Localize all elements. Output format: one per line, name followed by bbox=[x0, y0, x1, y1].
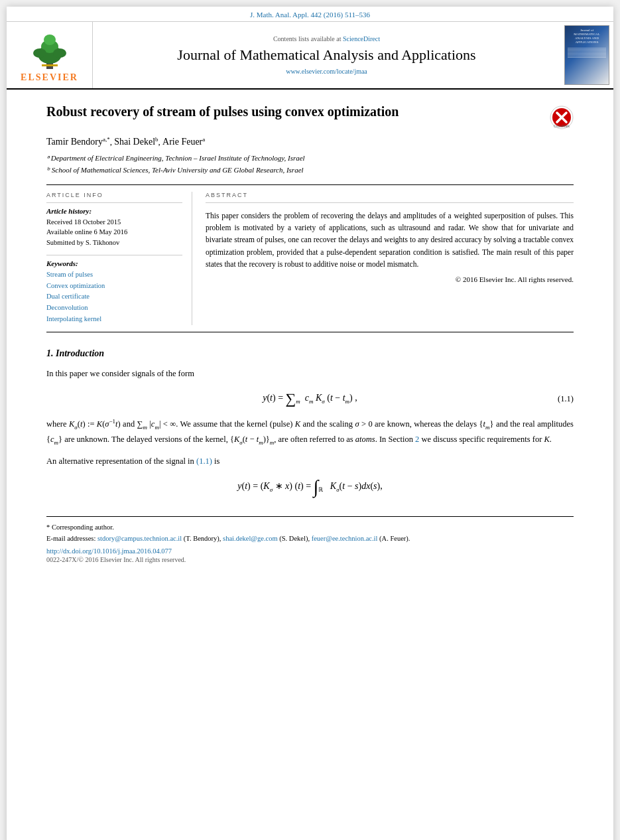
article-info-label: ARTICLE INFO bbox=[46, 192, 182, 198]
svg-point-5 bbox=[53, 48, 66, 58]
doi-link[interactable]: http://dx.doi.org/10.1016/j.jmaa.2016.04… bbox=[46, 547, 574, 555]
article-meta: ARTICLE INFO Article history: Received 1… bbox=[46, 184, 574, 332]
author-feuer: Arie Feuer bbox=[162, 137, 202, 147]
available-date: Available online 6 May 2016 bbox=[46, 227, 182, 238]
abstract-label: ABSTRACT bbox=[206, 192, 574, 198]
eq1-number: (1.1) bbox=[558, 394, 574, 404]
journal-reference: J. Math. Anal. Appl. 442 (2016) 511–536 bbox=[7, 7, 613, 22]
journal-cover-image: Journal ofMATHEMATICALANALYSIS ANDAPPLIC… bbox=[564, 25, 609, 85]
affiliations: ᵃ Department of Electrical Engineering, … bbox=[46, 153, 574, 176]
svg-point-4 bbox=[33, 48, 46, 58]
section1-heading: 1. Introduction bbox=[46, 348, 574, 359]
svg-point-3 bbox=[44, 35, 56, 45]
keyword-2: Convex optimization bbox=[46, 281, 182, 292]
elsevier-logo: ELSEVIER bbox=[21, 28, 78, 83]
crossmark-icon: CrossMark bbox=[550, 105, 574, 129]
email-addresses: E-mail addresses: stdory@campus.technion… bbox=[46, 533, 574, 545]
email3-link[interactable]: feuer@ee.technion.ac.il bbox=[312, 535, 378, 542]
title-area: CrossMark Robust recovery of stream of p… bbox=[46, 103, 574, 129]
keyword-5: Interpolating kernel bbox=[46, 314, 182, 325]
submitted-by: Submitted by S. Tikhonov bbox=[46, 238, 182, 248]
author-bendory-sup: a,* bbox=[103, 136, 110, 143]
author-dekel-sup: b bbox=[155, 136, 158, 143]
paper-title: Robust recovery of stream of pulses usin… bbox=[46, 103, 574, 120]
eq-integral-content: y(t) = (Kσ ∗ x) (t) = ∫ ℝ Kσ(t − s)dx(s)… bbox=[237, 478, 382, 496]
section2-link[interactable]: 2 bbox=[415, 435, 419, 444]
intro-para1: In this paper we consider signals of the… bbox=[46, 367, 574, 381]
cover-decoration bbox=[568, 47, 606, 58]
svg-rect-6 bbox=[42, 64, 58, 66]
article-info-column: ARTICLE INFO Article history: Received 1… bbox=[46, 192, 192, 325]
abstract-text: This paper considers the problem of reco… bbox=[206, 210, 574, 271]
journal-header-center: Contents lists available at ScienceDirec… bbox=[93, 22, 560, 88]
author-dekel: Shai Dekel bbox=[114, 137, 155, 147]
email1-link[interactable]: stdory@campus.technion.ac.il bbox=[97, 535, 182, 542]
keyword-4: Deconvolution bbox=[46, 303, 182, 314]
corresponding-author: * Corresponding author. bbox=[46, 522, 574, 533]
article-history: Article history: Received 18 October 201… bbox=[46, 202, 182, 248]
svg-text:CrossMark: CrossMark bbox=[554, 124, 570, 128]
abstract-section: ABSTRACT This paper considers the proble… bbox=[206, 192, 574, 325]
elsevier-tree-icon bbox=[23, 28, 76, 71]
footnote-area: * Corresponding author. E-mail addresses… bbox=[46, 516, 574, 563]
affil-b: ᵇ School of Mathematical Sciences, Tel-A… bbox=[46, 165, 574, 176]
intro-para3: An alternative representation of the sig… bbox=[46, 455, 574, 468]
cover-title-text: Journal ofMATHEMATICALANALYSIS ANDAPPLIC… bbox=[574, 29, 599, 44]
eq1-content: y(t) = ∑m cm Kσ (t − tm) , bbox=[263, 390, 357, 407]
keyword-1: Stream of pulses bbox=[46, 269, 182, 281]
equation-integral: y(t) = (Kσ ∗ x) (t) = ∫ ℝ Kσ(t − s)dx(s)… bbox=[46, 478, 574, 496]
authors-line: Tamir Bendorya,*, Shai Dekelb, Arie Feue… bbox=[46, 136, 574, 147]
eq1-1-link[interactable]: (1.1) bbox=[196, 456, 212, 466]
sciencedirect-link[interactable]: ScienceDirect bbox=[343, 35, 380, 42]
footer-copyright: 0022-247X/© 2016 Elsevier Inc. All right… bbox=[46, 556, 574, 563]
keywords-label: Keywords: bbox=[46, 259, 182, 267]
history-label: Article history: bbox=[46, 207, 182, 215]
abstract-copyright: © 2016 Elsevier Inc. All rights reserved… bbox=[206, 275, 574, 283]
keyword-3: Dual certificate bbox=[46, 291, 182, 303]
journal-cover-area: Journal ofMATHEMATICALANALYSIS ANDAPPLIC… bbox=[560, 22, 613, 88]
contents-label: Contents lists available at ScienceDirec… bbox=[273, 35, 380, 42]
keywords-section: Keywords: Stream of pulses Convex optimi… bbox=[46, 255, 182, 325]
elsevier-wordmark: ELSEVIER bbox=[21, 72, 78, 83]
equation-1-1: y(t) = ∑m cm Kσ (t − tm) , (1.1) bbox=[46, 390, 574, 407]
main-content: CrossMark Robust recovery of stream of p… bbox=[7, 90, 613, 577]
email2-link[interactable]: shai.dekel@ge.com bbox=[223, 535, 278, 542]
author-bendory: Tamir Bendory bbox=[46, 137, 103, 147]
journal-header: ELSEVIER Contents lists available at Sci… bbox=[7, 22, 613, 90]
journal-ref-text: J. Math. Anal. Appl. 442 (2016) 511–536 bbox=[250, 11, 370, 19]
elsevier-logo-area: ELSEVIER bbox=[7, 22, 93, 88]
received-date: Received 18 October 2015 bbox=[46, 217, 182, 228]
journal-url[interactable]: www.elsevier.com/locate/jmaa bbox=[286, 68, 367, 75]
page: J. Math. Anal. Appl. 442 (2016) 511–536 … bbox=[7, 7, 613, 840]
intro-para2: where Kσ(t) := K(σ−1t) and ∑m |cm| < ∞. … bbox=[46, 417, 574, 448]
author-feuer-sup: a bbox=[202, 136, 205, 143]
journal-title-header: Journal of Mathematical Analysis and App… bbox=[177, 46, 475, 64]
affil-a: ᵃ Department of Electrical Engineering, … bbox=[46, 153, 574, 165]
